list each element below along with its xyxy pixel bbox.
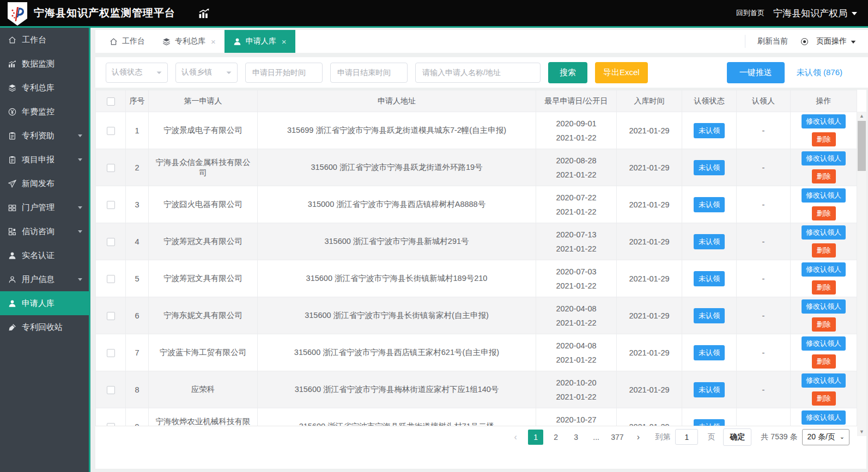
delete-button[interactable]: 删除	[812, 280, 836, 295]
page-button-377[interactable]: 377	[609, 430, 626, 445]
org-dropdown[interactable]: 宁海县知识产权局	[773, 7, 857, 20]
next-page-button[interactable]: ›	[630, 430, 646, 445]
applicant-name: 宁波蓝卡海工贸有限公司	[149, 334, 258, 371]
delete-button[interactable]: 删除	[812, 391, 836, 406]
delete-button[interactable]: 删除	[812, 169, 836, 183]
edit-claimer-button[interactable]: 修改认领人	[802, 114, 846, 128]
claim-town-select[interactable]: 认领乡镇	[175, 63, 238, 83]
chevron-down-icon	[78, 230, 82, 235]
sidebar-item-工作台[interactable]: 工作台	[0, 28, 89, 52]
applicant-name: 宁波景成电子有限公司	[149, 112, 258, 149]
claimer: -	[737, 371, 791, 408]
row-checkbox[interactable]	[107, 386, 115, 394]
delete-button[interactable]: 删除	[812, 317, 836, 332]
prev-page-button[interactable]: ‹	[508, 430, 523, 445]
page-button-2[interactable]: 2	[548, 430, 563, 445]
unclaimed-count-link[interactable]: 未认领 (876)	[797, 68, 842, 78]
edit-claimer-button[interactable]: 修改认领人	[802, 225, 846, 240]
delete-button[interactable]: 删除	[812, 206, 836, 220]
close-icon[interactable]: ×	[282, 37, 287, 46]
claim-status-select[interactable]: 认领状态	[106, 63, 168, 83]
sidebar-item-申请人库[interactable]: 申请人库	[0, 291, 89, 315]
tab-工作台[interactable]: 工作台	[101, 30, 154, 53]
column-header: 认领状态	[682, 90, 737, 112]
sidebar-item-label: 年费监控	[22, 107, 54, 117]
tab-专利总库[interactable]: 专利总库×	[154, 30, 224, 53]
sidebar-item-专利回收站[interactable]: 专利回收站	[0, 315, 89, 339]
divider	[745, 35, 745, 48]
apply-date-start-input[interactable]	[245, 63, 323, 83]
scrollbar-down-arrow[interactable]: ▼	[857, 427, 866, 436]
sidebar-item-用户信息[interactable]: 用户信息	[0, 267, 89, 291]
row-checkbox[interactable]	[107, 238, 115, 246]
sidebar-item-门户管理[interactable]: 门户管理	[0, 195, 89, 219]
edit-claimer-button[interactable]: 修改认领人	[802, 410, 846, 425]
layers-icon	[162, 38, 171, 46]
apply-publish-dates: 2020-10-272021-01-22	[536, 408, 617, 426]
tab-申请人库[interactable]: 申请人库×	[224, 30, 295, 53]
grid-alt-icon	[8, 228, 16, 236]
select-all-checkbox[interactable]	[107, 97, 115, 106]
export-excel-button[interactable]: 导出Excel	[595, 62, 648, 83]
row-checkbox[interactable]	[107, 312, 115, 320]
page-button-3[interactable]: 3	[568, 430, 584, 445]
sidebar-item-年费监控[interactable]: 年费监控	[0, 100, 89, 124]
goto-page-input[interactable]	[675, 429, 698, 445]
apply-publish-dates: 2020-09-012021-01-22	[536, 112, 617, 149]
edit-claimer-button[interactable]: 修改认领人	[802, 336, 846, 351]
sidebar-item-新闻发布[interactable]: 新闻发布	[0, 171, 89, 195]
row-index: 2	[126, 149, 149, 186]
edit-claimer-button[interactable]: 修改认领人	[802, 151, 846, 165]
user-outline-icon	[8, 275, 16, 284]
row-checkbox[interactable]	[107, 127, 115, 135]
sidebar-item-项目申报[interactable]: 项目申报	[0, 148, 89, 171]
applicant-address: 315600 浙江省宁波市宁海县新城村291号	[258, 223, 536, 260]
refresh-current-button[interactable]: 刷新当前	[757, 36, 788, 46]
edit-claimer-button[interactable]: 修改认领人	[802, 373, 846, 388]
status-badge: 未认领	[694, 382, 725, 397]
back-to-home-link[interactable]: 回到首页	[736, 8, 764, 18]
page-size-select[interactable]: 20 条/页 ⌄	[802, 429, 849, 445]
chevron-down-icon	[851, 40, 856, 45]
table-scrollbar[interactable]: ▲ ▼	[857, 112, 866, 436]
topbar-chart-icon	[198, 8, 210, 19]
sidebar-item-信访咨询[interactable]: 信访咨询	[0, 219, 89, 243]
edit-claimer-button[interactable]: 修改认领人	[802, 188, 846, 203]
row-checkbox[interactable]	[107, 349, 115, 357]
stored-date: 2021-01-29	[617, 334, 682, 371]
delete-button[interactable]: 删除	[812, 354, 836, 369]
close-icon[interactable]: ×	[211, 37, 216, 46]
scrollbar-up-arrow[interactable]: ▲	[857, 112, 866, 120]
applicant-table: 序号第一申请人申请人地址最早申请日/公开日入库时间认领状态认领人操作 1宁波景成…	[95, 90, 857, 426]
scrollbar-thumb[interactable]	[858, 121, 866, 171]
delete-button[interactable]: 删除	[812, 243, 836, 258]
table-row: 6宁海东妮文具有限公司315600 浙江省宁波市宁海县长街镇翁家村(自主申报)2…	[96, 297, 857, 334]
sidebar-item-数据监测[interactable]: 数据监测	[0, 52, 89, 76]
search-button[interactable]: 搜索	[548, 62, 587, 83]
applicant-name: 宁波囧火电器有限公司	[149, 186, 258, 223]
chevron-down-icon	[78, 278, 82, 283]
applicant-address: 315600 浙江省宁波市宁海县长街镇翁家村(自主申报)	[258, 297, 536, 334]
one-click-push-button[interactable]: 一键推送	[727, 62, 785, 83]
goto-confirm-button[interactable]: 确定	[723, 428, 751, 446]
row-checkbox[interactable]	[107, 164, 115, 172]
sidebar: 工作台数据监测专利总库年费监控专利资助项目申报新闻发布门户管理信访咨询实名认证用…	[0, 28, 90, 472]
edit-claimer-button[interactable]: 修改认领人	[802, 262, 846, 277]
column-header: 序号	[126, 90, 149, 112]
sidebar-item-专利总库[interactable]: 专利总库	[0, 76, 89, 100]
row-checkbox[interactable]	[107, 201, 115, 209]
sidebar-item-label: 专利总库	[22, 83, 54, 93]
claimer: -	[737, 186, 791, 223]
edit-claimer-button[interactable]: 修改认领人	[802, 299, 846, 314]
page-button-1[interactable]: 1	[528, 430, 543, 445]
applicant-keyword-input[interactable]	[415, 63, 541, 83]
apply-date-end-input[interactable]	[330, 63, 408, 83]
delete-button[interactable]: 删除	[812, 132, 836, 146]
layers-icon	[8, 84, 16, 92]
chevron-down-icon: ⌄	[840, 433, 845, 440]
sidebar-item-实名认证[interactable]: 实名认证	[0, 243, 89, 267]
sidebar-item-专利资助[interactable]: 专利资助	[0, 124, 89, 148]
row-checkbox[interactable]	[107, 275, 115, 283]
row-index: 6	[126, 297, 149, 334]
page-operations-dropdown[interactable]: 页面操作	[801, 36, 856, 46]
